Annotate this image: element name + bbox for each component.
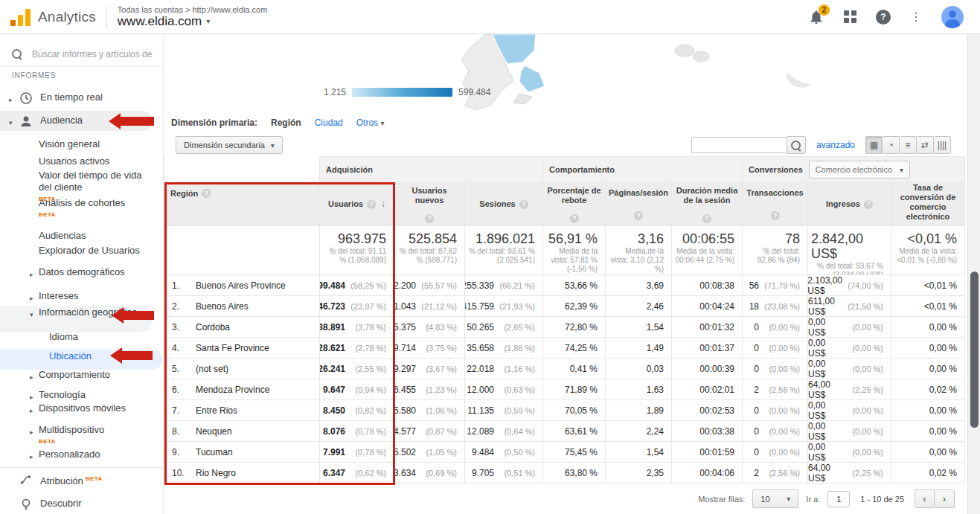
sidebar-item-audiences[interactable]: Audiencias: [0, 230, 164, 242]
col-avg-duration[interactable]: Duración media de la sesión?: [672, 183, 743, 226]
sidebar-item-attribution[interactable]: AtribuciónBETA: [0, 473, 164, 487]
table-footer: Mostrar filas: 10 ▾ Ir a: 1 - 10 de 25 ‹…: [164, 484, 965, 514]
lightbulb-icon: [19, 498, 33, 511]
help-button[interactable]: ?: [876, 10, 891, 25]
group-header-row: Adquisición Comportamiento Conversiones …: [164, 156, 965, 183]
row-rank: 10.: [172, 468, 185, 478]
help-bubble-icon[interactable]: ?: [702, 214, 711, 223]
scrollbar-thumb[interactable]: [970, 272, 979, 428]
help-bubble-icon[interactable]: ?: [570, 214, 579, 223]
table-row[interactable]: 9. Tucuman 7.991(0,78 %) 5.502(1,05 %) 9…: [164, 442, 965, 463]
sidebar-item-behavior[interactable]: ▸ Comportamiento: [0, 369, 164, 383]
chevron-down-icon: ▾: [787, 495, 790, 503]
col-bounce[interactable]: Porcentaje de rebote?: [543, 183, 606, 226]
table-search-input[interactable]: [691, 137, 787, 153]
product-title: Analytics: [38, 9, 96, 25]
col-pages-session[interactable]: Páginas/sesión?: [606, 183, 672, 226]
column-header-row: Región? Usuarios? ↓ Usuarios nuevos? Ses…: [164, 183, 965, 226]
view-comparison-button[interactable]: ⇄: [917, 136, 934, 154]
col-sessions[interactable]: Sesiones?: [465, 183, 543, 226]
sidebar-search[interactable]: Buscar informes y artículos de: [0, 42, 164, 67]
goto-page-input[interactable]: [827, 491, 850, 507]
dimension-other-link[interactable]: Otros ▾: [356, 118, 385, 128]
sidebar-item-realtime[interactable]: ▸ En tiempo real: [0, 91, 164, 106]
sidebar-item-user-explorer[interactable]: Explorador de Usuarios: [0, 245, 141, 257]
table-row[interactable]: 4. Santa Fe Province 28.621(2,78 %) 19.7…: [164, 338, 965, 359]
sidebar-item-audience[interactable]: ▾ Audiencia: [0, 115, 164, 129]
rows-per-page-select[interactable]: 10 ▾: [752, 489, 798, 508]
col-new-users[interactable]: Usuarios nuevos?: [394, 183, 465, 226]
help-bubble-icon[interactable]: ?: [202, 189, 211, 198]
view-toggle-group: ▦ ◔ ≡ ⇄ ||||: [865, 136, 951, 154]
help-bubble-icon[interactable]: ?: [771, 211, 780, 220]
informes-section-label: INFORMES: [12, 71, 56, 80]
analytics-logo-icon[interactable]: [10, 8, 31, 26]
help-bubble-icon[interactable]: ?: [519, 200, 528, 209]
sidebar-item-mobile[interactable]: ▸ Dispositivos móviles: [0, 402, 134, 417]
secondary-dimension-button[interactable]: Dimensión secundaria ▾: [176, 136, 283, 154]
table-row[interactable]: 5. (not set) 26.241(2,55 %) 19.297(3,67 …: [164, 359, 965, 379]
view-percentage-button[interactable]: ◔: [883, 136, 900, 154]
view-table-button[interactable]: ▦: [865, 136, 883, 154]
notifications-button[interactable]: 2: [808, 9, 824, 25]
header-divider: [106, 6, 107, 28]
chevron-right-icon: ▸: [30, 451, 39, 463]
beta-badge: BETA: [86, 475, 103, 482]
col-region[interactable]: Región?: [164, 183, 320, 226]
prev-page-button[interactable]: ‹: [915, 489, 935, 508]
table-row[interactable]: 2. Buenos Aires 246.723(23,97 %) 111.043…: [164, 296, 965, 317]
vertical-scrollbar[interactable]: [967, 34, 980, 514]
table-row[interactable]: 6. Mendoza Province 9.647(0,94 %) 6.455(…: [164, 379, 965, 400]
row-rank: 1.: [172, 280, 185, 291]
dimension-city-link[interactable]: Ciudad: [315, 118, 343, 128]
sidebar-item-demographics[interactable]: ▸ Datos demográficos: [0, 266, 145, 280]
table-search-button[interactable]: [787, 136, 806, 154]
total-new-users: 525.854: [409, 231, 457, 246]
sidebar-item-active-users[interactable]: Usuarios activos: [0, 155, 164, 167]
row-rank: 4.: [172, 343, 185, 353]
col-transactions[interactable]: Transacciones?: [743, 183, 808, 226]
sidebar-item-location[interactable]: Ubicación: [0, 350, 164, 362]
table-row[interactable]: 8. Neuquen 8.076(0,78 %) 4.577(0,87 %) 1…: [164, 421, 965, 442]
search-placeholder: Buscar informes y artículos de: [32, 49, 152, 60]
chevron-right-icon: ▸: [30, 292, 39, 304]
overflow-menu-button[interactable]: ⋮: [910, 11, 922, 23]
help-bubble-icon[interactable]: ?: [425, 214, 434, 223]
sidebar-item-interests[interactable]: ▸ Intereses: [0, 290, 164, 304]
sort-descending-icon: ↓: [381, 199, 385, 209]
row-region: Tucuman: [196, 447, 233, 457]
avatar[interactable]: [941, 6, 964, 28]
sidebar-item-crossdevice[interactable]: ▸ Multidispositivo BETA: [0, 424, 149, 448]
sidebar-item-overview[interactable]: Visión general: [0, 138, 164, 150]
help-bubble-icon[interactable]: ?: [634, 211, 643, 220]
table-row[interactable]: 7. Entre Rios 8.450(0,82 %) 5.580(1,06 %…: [164, 400, 965, 421]
sidebar-divider: [0, 467, 164, 468]
table-row[interactable]: 1. Buenos Aires Province 599.484(58,25 %…: [164, 275, 965, 296]
sidebar-item-custom[interactable]: ▸ Personalizado: [0, 449, 164, 463]
advanced-link[interactable]: avanzado: [816, 140, 855, 150]
table-row[interactable]: 10. Rio Negro 6.347(0,62 %) 3.634(0,69 %…: [164, 463, 965, 484]
map-legend: 1.215 599.484: [324, 87, 490, 97]
col-users[interactable]: Usuarios? ↓: [320, 183, 394, 226]
geo-map[interactable]: 1.215 599.484: [164, 34, 967, 112]
ecommerce-dropdown[interactable]: Comercio electrónico ▾: [809, 161, 910, 179]
sidebar-item-discover[interactable]: Descubrir: [0, 498, 164, 511]
view-performance-button[interactable]: ≡: [900, 136, 917, 154]
dimension-region[interactable]: Región: [271, 118, 301, 128]
view-pivot-button[interactable]: ||||: [934, 136, 951, 154]
apps-grid-button[interactable]: [844, 10, 856, 23]
account-selector[interactable]: www.eldia.com ▾: [118, 14, 267, 29]
sidebar-item-geo[interactable]: ▾ Información geográfica: [0, 306, 145, 321]
sidebar-item-technology[interactable]: ▸ Tecnología: [0, 389, 164, 403]
col-ecommerce-rate[interactable]: Tasa de conversión de comercio electróni…: [891, 183, 965, 226]
sidebar-item-language[interactable]: Idioma: [0, 331, 164, 343]
row-rank: 7.: [172, 405, 185, 416]
row-region: Entre Rios: [196, 405, 237, 416]
col-revenue[interactable]: Ingresos?: [808, 183, 891, 226]
sidebar-item-cohorts[interactable]: Análisis de cohortes BETA: [0, 197, 141, 221]
data-table: Adquisición Comportamiento Conversiones …: [164, 156, 965, 484]
next-page-button[interactable]: ›: [935, 489, 955, 508]
help-bubble-icon[interactable]: ?: [864, 200, 873, 209]
table-row[interactable]: 3. Cordoba 38.891(3,78 %) 25.375(4,83 %)…: [164, 317, 965, 338]
help-bubble-icon[interactable]: ?: [367, 200, 376, 209]
